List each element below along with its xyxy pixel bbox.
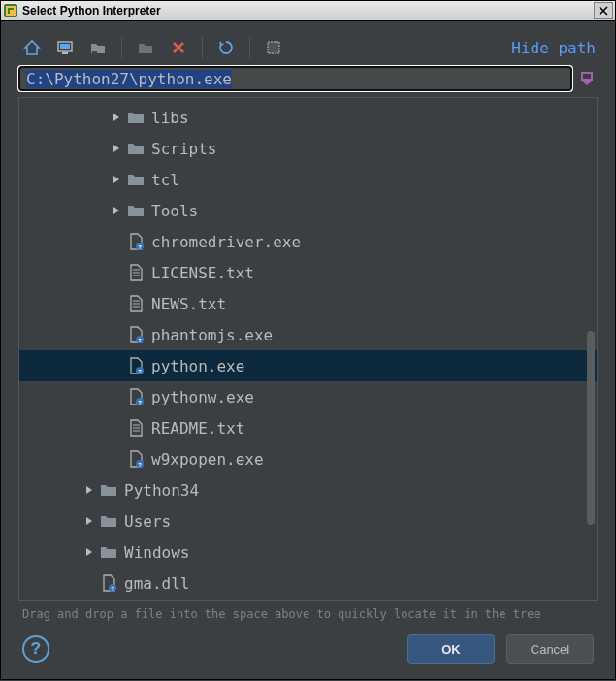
tree-file[interactable]: ?python.exe	[19, 350, 597, 381]
tree-folder[interactable]: Users	[19, 505, 597, 536]
tree-folder[interactable]: Windows	[19, 536, 597, 568]
expand-arrow-icon[interactable]	[109, 175, 124, 184]
file-unknown-icon: ?	[126, 326, 146, 343]
dialog-body: Hide path libsScriptstclTools?chromedriv…	[0, 21, 616, 680]
button-row: ? OK Cancel	[13, 625, 603, 667]
tree-file[interactable]: LICENSE.txt	[19, 257, 597, 288]
tree-file[interactable]: README.txt	[19, 412, 597, 443]
svg-rect-6	[268, 42, 279, 53]
svg-text:?: ?	[111, 586, 114, 592]
tree-container: libsScriptstclTools?chromedriver.exeLICE…	[18, 97, 598, 601]
folder-icon	[126, 110, 146, 125]
svg-text:?: ?	[138, 462, 142, 468]
tree-item-label: pythonw.exe	[151, 388, 254, 406]
expand-arrow-icon[interactable]	[81, 485, 97, 495]
file-unknown-icon: ?	[126, 450, 146, 468]
tree-folder[interactable]: libs	[19, 102, 597, 133]
path-row	[18, 66, 598, 91]
tree-item-label: README.txt	[151, 419, 244, 438]
tree-item-label: LICENSE.txt	[151, 264, 254, 282]
tree-file[interactable]: ?pythonw.exe	[19, 381, 597, 412]
folder-icon	[126, 203, 146, 218]
window-title: Select Python Interpreter	[22, 4, 594, 17]
tree-item-label: gma.dll	[124, 574, 189, 593]
folder-icon	[99, 513, 118, 529]
file-text-icon	[126, 419, 146, 437]
expand-arrow-icon[interactable]	[109, 113, 124, 122]
expand-arrow-icon[interactable]	[109, 144, 124, 153]
folder-icon	[126, 141, 146, 156]
tree-file[interactable]: ?chromedriver.exe	[19, 226, 597, 257]
hint-text: Drag and drop a file into the space abov…	[13, 601, 603, 625]
ok-button[interactable]: OK	[407, 634, 495, 664]
folder-icon	[99, 482, 118, 498]
expand-arrow-icon[interactable]	[109, 206, 124, 215]
separator	[202, 37, 203, 58]
history-icon[interactable]	[578, 69, 598, 88]
folder-icon	[99, 544, 118, 560]
tree-item-label: Users	[124, 512, 171, 531]
hide-path-link[interactable]: Hide path	[511, 39, 596, 57]
refresh-icon[interactable]	[214, 37, 238, 58]
tree-file[interactable]: ?gma.dll	[19, 568, 597, 599]
scrollbar-thumb[interactable]	[587, 331, 595, 525]
tree-item-label: Windows	[124, 543, 189, 562]
new-folder-icon[interactable]	[134, 37, 157, 58]
tree-item-label: Tools	[151, 202, 198, 220]
desktop-icon[interactable]	[53, 37, 77, 58]
tree-item-label: w9xpopen.exe	[151, 450, 264, 469]
tree-folder[interactable]: Tools	[19, 195, 597, 226]
close-button[interactable]	[594, 2, 613, 19]
tree-item-label: python.exe	[151, 357, 244, 375]
svg-rect-4	[62, 52, 68, 54]
svg-text:?: ?	[138, 369, 142, 374]
tree-file[interactable]: ?w9xpopen.exe	[19, 443, 597, 474]
tree-item-label: libs	[151, 109, 189, 127]
tree-folder[interactable]: Python34	[19, 474, 597, 505]
help-button[interactable]: ?	[22, 635, 49, 663]
tree-item-label: NEWS.txt	[151, 295, 226, 313]
cancel-button[interactable]: Cancel	[506, 634, 594, 664]
tree-folder[interactable]: Scripts	[19, 133, 597, 164]
svg-rect-5	[92, 51, 97, 54]
tree-item-label: Scripts	[151, 140, 216, 158]
delete-icon[interactable]	[167, 37, 190, 58]
file-unknown-icon: ?	[99, 574, 118, 592]
toolbar: Hide path	[13, 33, 603, 66]
svg-rect-8	[583, 74, 591, 79]
tree-file[interactable]: NEWS.txt	[19, 288, 597, 319]
folder-icon	[126, 172, 146, 187]
separator	[121, 37, 122, 58]
app-icon	[3, 3, 18, 18]
project-folder-icon[interactable]	[86, 37, 110, 58]
tree-file[interactable]: ?phantomjs.exe	[19, 319, 597, 350]
file-text-icon	[126, 264, 146, 281]
tree-item-label: Python34	[124, 481, 199, 500]
svg-text:?: ?	[138, 244, 142, 250]
file-text-icon	[126, 295, 146, 312]
file-unknown-icon: ?	[126, 233, 146, 250]
file-tree[interactable]: libsScriptstclTools?chromedriver.exeLICE…	[19, 98, 597, 600]
separator	[249, 37, 250, 58]
svg-rect-1	[6, 6, 16, 16]
tree-item-label: chromedriver.exe	[151, 233, 301, 251]
svg-text:?: ?	[138, 338, 142, 343]
tree-item-label: tcl	[151, 171, 179, 189]
tree-folder[interactable]: tcl	[19, 164, 597, 195]
home-icon[interactable]	[20, 37, 44, 58]
file-unknown-icon: ?	[126, 388, 146, 405]
path-input[interactable]	[18, 66, 572, 91]
file-unknown-icon: ?	[126, 357, 146, 374]
show-hidden-icon[interactable]	[262, 37, 285, 58]
titlebar: Select Python Interpreter	[0, 0, 616, 21]
svg-text:?: ?	[138, 400, 142, 405]
expand-arrow-icon[interactable]	[81, 547, 97, 557]
tree-item-label: phantomjs.exe	[151, 326, 273, 344]
svg-rect-3	[60, 44, 70, 49]
expand-arrow-icon[interactable]	[81, 516, 97, 526]
